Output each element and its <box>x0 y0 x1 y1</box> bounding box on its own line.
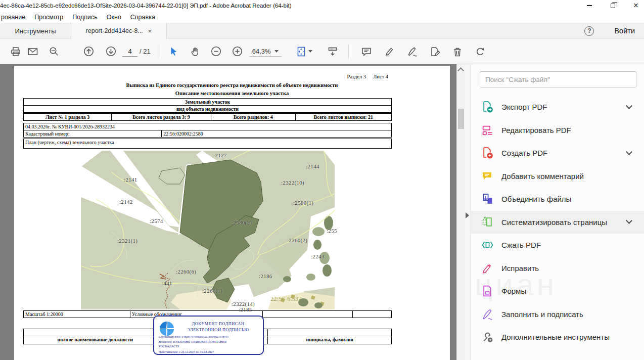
tab-tools[interactable]: Инструменты <box>0 23 71 39</box>
sidebar-item-organize-pages[interactable]: Систематизировать страницы <box>471 211 644 234</box>
parcel-label: :441 <box>162 280 172 286</box>
print-button[interactable] <box>7 43 24 60</box>
sidebar-item-edit-pdf[interactable]: Редактировать PDF <box>471 119 644 142</box>
parcel-label: :2186 <box>259 273 272 279</box>
highlight-button[interactable] <box>381 43 398 60</box>
parcel-label: :2580(1) <box>293 200 313 206</box>
next-page-button[interactable] <box>102 43 119 60</box>
stamp-certificate: Сертификат: 8399714818479799800555219304… <box>159 335 228 338</box>
minimize-button[interactable] <box>585 2 593 10</box>
toolbar-divider <box>158 44 158 59</box>
close-button[interactable]: × <box>632 2 640 10</box>
fit-width-button[interactable] <box>293 43 316 60</box>
sidebar-item-label: Сжать PDF <box>501 241 541 249</box>
add-comment-button[interactable] <box>358 43 375 60</box>
sidebar-item-create-pdf[interactable]: Создать PDF <box>471 142 644 165</box>
chevron-down-icon <box>308 50 312 53</box>
tools-list: Экспорт PDF Редактировать PDF Создать PD… <box>471 96 644 349</box>
sidebar-item-add-comment[interactable]: Добавить комментарий <box>471 165 644 188</box>
scale-label: Масштаб 1:20000 <box>24 311 130 318</box>
minimize-icon <box>587 5 592 6</box>
stamp-owner: Владелец: ПУБЛИЧНО-ПРАВОВАЯ КОМПАНИЯ РОС… <box>159 340 245 349</box>
menu-item-help[interactable]: Справка <box>126 14 160 21</box>
sidebar-item-label: Объединить файлы <box>501 195 571 203</box>
menu-item-editing[interactable]: рование <box>0 14 30 21</box>
sidebar-item-export-pdf[interactable]: Экспорт PDF <box>471 96 644 119</box>
select-tool-button[interactable] <box>164 43 181 60</box>
main-area: Раздел 3Лист 4 Выписка из Единого госуда… <box>0 64 644 360</box>
zoom-in-button[interactable] <box>229 43 246 60</box>
sidebar-item-label: Добавить комментарий <box>501 172 584 181</box>
footer-position-label: полное наименование должности <box>24 336 167 344</box>
fill-sign-toolbar-button[interactable] <box>403 43 421 60</box>
organize-pages-icon <box>481 215 494 229</box>
previous-page-button[interactable] <box>80 43 97 60</box>
parcel-label: :2142 <box>119 199 133 205</box>
fix-icon <box>481 261 494 275</box>
collapse-toolbar-button[interactable] <box>324 43 341 60</box>
arrow-up-icon <box>83 46 95 57</box>
zoom-level-select[interactable]: 64,3% <box>249 47 282 57</box>
extract-date-number: 04.03.2026г. № КУВИ-001/2026-28932234 <box>24 123 391 130</box>
cadastral-map: :2127 :2144 :2141 :2322(10) :2142 :2580(… <box>81 151 335 309</box>
email-icon <box>27 46 38 57</box>
tools-sidebar: циан Экспорт PDF Редактировать PDF <box>470 64 644 360</box>
expand-panel-icon[interactable] <box>466 212 469 218</box>
parcel-label: :2243 <box>311 253 325 259</box>
title-bar: 4ec-86ca-4e12-85cb-e92edc66de13-OfSite-2… <box>0 0 644 11</box>
sidebar-item-more-tools[interactable]: Дополнительные инструменты <box>471 326 644 349</box>
fit-page-icon <box>296 46 307 57</box>
sign-in-button[interactable]: Войти <box>614 27 635 35</box>
zoom-out-button[interactable] <box>208 43 225 60</box>
scroll-up-icon[interactable] <box>458 67 463 72</box>
menu-item-sign[interactable]: Подпись <box>68 14 102 21</box>
menu-item-window[interactable]: Окно <box>102 14 126 21</box>
chevron-down-icon[interactable] <box>626 149 632 155</box>
page-pencil-icon <box>429 46 440 57</box>
sidebar-item-fill-sign[interactable]: Заполнить и подписать <box>471 303 644 326</box>
sidebar-item-forms[interactable]: Формы <box>471 280 644 303</box>
cadastral-map-image <box>81 151 335 309</box>
tab-close-icon[interactable]: × <box>148 27 152 35</box>
footer-cell <box>24 329 167 336</box>
sidebar-item-combine-files[interactable]: Объединить файлы <box>471 188 644 211</box>
pdf-page[interactable]: Раздел 3Лист 4 Выписка из Единого госуда… <box>14 66 450 360</box>
minus-circle-icon <box>210 46 222 57</box>
sidebar-item-label: Исправить <box>501 264 539 273</box>
page-number-input[interactable] <box>122 47 137 57</box>
tools-search-input[interactable] <box>480 71 636 87</box>
sidebar-item-label: Систематизировать страницы <box>501 218 607 227</box>
parcel-label: :2141 <box>124 176 137 183</box>
object-type-caption: вид объекта недвижимости <box>24 106 391 112</box>
zoom-level-value: 64,3% <box>252 48 271 55</box>
redo-button[interactable] <box>472 43 489 60</box>
more-tools-icon <box>481 331 494 344</box>
section-sheet-header: Раздел 3Лист 4 <box>340 74 388 79</box>
roskadastr-logo-icon <box>159 321 174 336</box>
delete-pages-button[interactable] <box>449 43 466 60</box>
email-button[interactable] <box>24 43 41 60</box>
restore-button[interactable] <box>609 2 617 10</box>
section-label: Раздел 3 <box>347 74 366 79</box>
hand-tool-button[interactable] <box>187 43 204 60</box>
send-for-signature-button[interactable] <box>426 43 443 60</box>
vertical-scrollbar[interactable] <box>456 64 465 360</box>
chevron-down-icon[interactable] <box>626 217 632 224</box>
chevron-down-icon[interactable] <box>626 103 632 109</box>
sheet-info-cell: Всего листов выписки: 21 <box>296 114 391 120</box>
document-view-area: Раздел 3Лист 4 Выписка из Единого госуда… <box>0 64 456 360</box>
scrollbar-thumb[interactable] <box>458 109 464 129</box>
plan-caption-table: План (чертеж, схема) земельного участка <box>23 139 392 149</box>
tab-document[interactable]: report-2dd414ec-8... × <box>71 23 167 39</box>
redo-icon <box>475 46 486 57</box>
sidebar-item-fix[interactable]: Исправить <box>471 257 644 280</box>
sidebar-item-compress-pdf[interactable]: Сжать PDF <box>471 234 644 257</box>
sidebar-item-label: Экспорт PDF <box>501 103 547 111</box>
zone-label: 22:56-6.537 <box>270 295 302 303</box>
help-icon[interactable]: ? <box>584 26 594 36</box>
parcel-label: :2127 <box>213 152 227 158</box>
menu-item-view[interactable]: Просмотр <box>30 14 68 21</box>
search-button[interactable] <box>45 43 63 60</box>
stamp-line1: ДОКУМЕНТ ПОДПИСАН <box>176 321 260 326</box>
menu-bar: рование Просмотр Подпись Окно Справка <box>0 11 644 23</box>
